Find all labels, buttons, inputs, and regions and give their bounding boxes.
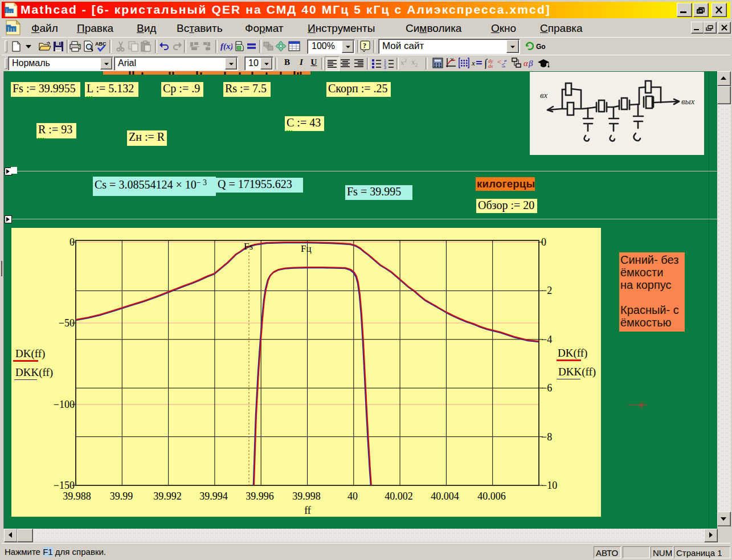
svg-text:−50: −50 (59, 317, 75, 329)
svg-text:40.004: 40.004 (431, 490, 459, 502)
svg-text:вх: вх (540, 91, 548, 100)
svg-text:39.99: 39.99 (110, 490, 133, 502)
svg-text:Fs: Fs (244, 241, 253, 252)
svg-text:−8: −8 (541, 431, 552, 443)
svg-text:∫: ∫ (484, 57, 488, 69)
svg-text:Go: Go (536, 43, 546, 51)
svg-text:DKK(ff): DKK(ff) (15, 366, 53, 379)
svg-text:DK(ff): DK(ff) (15, 348, 45, 360)
svg-text:−4: −4 (541, 334, 552, 345)
svg-text:x: x (471, 59, 475, 67)
svg-text:39.994: 39.994 (199, 490, 228, 502)
svg-text:≠: ≠ (504, 58, 507, 64)
svg-text:DK(ff): DK(ff) (558, 347, 587, 359)
svg-text:40: 40 (347, 490, 358, 502)
svg-text:−6: −6 (541, 382, 552, 394)
svg-text:39.996: 39.996 (246, 490, 274, 502)
svg-text:39.992: 39.992 (153, 490, 182, 502)
svg-text:0: 0 (541, 236, 546, 248)
svg-text:39.988: 39.988 (63, 490, 91, 502)
svg-text:−10: −10 (541, 480, 557, 491)
svg-text:?: ? (363, 42, 366, 50)
svg-text:−2: −2 (541, 285, 552, 296)
svg-text:40.006: 40.006 (477, 490, 506, 502)
svg-text:β: β (528, 59, 533, 68)
svg-text:DKK(ff): DKK(ff) (558, 366, 596, 378)
svg-text:3: 3 (384, 66, 386, 70)
svg-text:ff: ff (304, 505, 311, 516)
svg-text:0: 0 (69, 236, 75, 248)
svg-text:f(x): f(x) (220, 42, 232, 51)
svg-text:α: α (524, 59, 529, 68)
svg-text:−150: −150 (54, 480, 75, 491)
svg-text:Fц: Fц (301, 243, 312, 254)
svg-text:39.998: 39.998 (292, 490, 321, 502)
svg-text:−100: −100 (54, 399, 75, 410)
svg-text:вых: вых (681, 97, 695, 106)
svg-text:dx: dx (488, 63, 493, 69)
svg-text:40.002: 40.002 (385, 490, 413, 502)
